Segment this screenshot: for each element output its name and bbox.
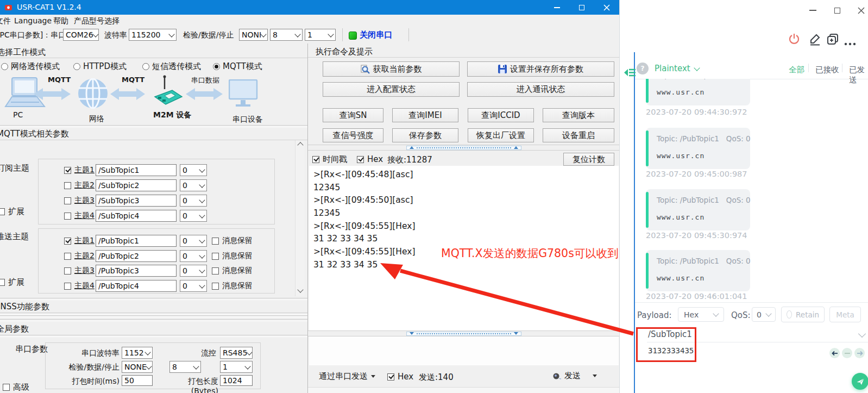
- publish-send-button[interactable]: [852, 373, 868, 390]
- pub-topic2-input[interactable]: [96, 250, 177, 262]
- new-window-button[interactable]: [827, 33, 839, 47]
- query-iccid-button[interactable]: 查询ICCID: [468, 108, 534, 122]
- pub-topic2-retain-check[interactable]: 消息保留: [212, 251, 253, 261]
- serial-stopbits-select[interactable]: 1: [220, 361, 253, 373]
- menu-help[interactable]: 帮助: [50, 15, 72, 27]
- flow-select[interactable]: RS485: [220, 347, 253, 359]
- retain-toggle[interactable]: Retain: [781, 307, 825, 322]
- close-port-button[interactable]: 关闭串口: [360, 30, 392, 40]
- pub-topic1-retain-check[interactable]: 消息保留: [212, 236, 253, 246]
- sub-topic1-check[interactable]: 主题1: [64, 165, 95, 175]
- sub-topic2-input[interactable]: [96, 179, 177, 191]
- scrollbar[interactable]: [295, 140, 305, 296]
- sub-expand-check[interactable]: 扩展: [0, 207, 24, 217]
- splitter-handle[interactable]: [406, 332, 521, 336]
- pub-topic3-retain-check[interactable]: 消息保留: [212, 266, 253, 276]
- maximize-button[interactable]: [569, 0, 594, 15]
- sub-topic4-input[interactable]: [96, 210, 177, 222]
- reboot-button[interactable]: 设备重启: [543, 128, 614, 142]
- more-menu-button[interactable]: [844, 38, 856, 48]
- qos-select[interactable]: 0: [752, 307, 776, 322]
- pub-topic2-check[interactable]: 主题2: [64, 251, 95, 261]
- mode-option-network[interactable]: 网络透传模式: [1, 61, 60, 72]
- stopbits-select[interactable]: 1: [305, 29, 336, 41]
- pub-topic4-retain-check[interactable]: 消息保留: [212, 281, 253, 291]
- scroll-up-icon[interactable]: [297, 142, 303, 148]
- sub-topic4-check[interactable]: 主题4: [64, 211, 95, 221]
- sub-topic2-qos-select[interactable]: 0: [180, 179, 207, 191]
- sub-topic1-input[interactable]: [96, 164, 177, 176]
- baud-select[interactable]: 115200: [129, 29, 177, 41]
- pub-topic3-input[interactable]: [96, 265, 177, 277]
- timestamp-check[interactable]: 时间戳: [312, 154, 347, 165]
- set-save-params-button[interactable]: 设置并保存所有参数: [467, 61, 614, 77]
- port-select[interactable]: COM26: [63, 29, 99, 41]
- serial-parity-select[interactable]: NONE: [122, 361, 153, 373]
- pub-topic2-qos-select[interactable]: 0: [180, 250, 207, 262]
- serial-databits-select[interactable]: 8: [169, 361, 201, 373]
- sub-topic2-check[interactable]: 主题2: [64, 180, 95, 190]
- factory-reset-button[interactable]: 恢复出厂设置: [468, 128, 534, 142]
- sub-topic4-qos-select[interactable]: 0: [180, 210, 207, 222]
- tab-all[interactable]: 全部: [789, 65, 804, 75]
- databits-select[interactable]: 8: [270, 29, 303, 41]
- get-params-button[interactable]: 获取当前参数: [323, 61, 460, 77]
- query-version-button[interactable]: 查询版本: [543, 108, 614, 122]
- save-params-button[interactable]: 保存参数: [392, 128, 458, 142]
- pub-topic4-input[interactable]: [96, 280, 177, 292]
- tx-hex-check[interactable]: Hex: [387, 372, 413, 382]
- mode-option-httpd[interactable]: HTTPD模式: [73, 61, 127, 72]
- sub-topic1-qos-select[interactable]: 0: [180, 164, 207, 176]
- sub-topic3-check[interactable]: 主题3: [64, 196, 95, 205]
- tab-received[interactable]: 已接收: [815, 65, 839, 75]
- menu-product-select[interactable]: 产品型号选择: [71, 15, 123, 27]
- query-imei-button[interactable]: 查询IMEI: [392, 108, 458, 122]
- enter-config-button[interactable]: 进入配置状态: [323, 82, 460, 97]
- receive-log[interactable]: >[Rx<-][09:45:48][asc] 12345 >[Rx<-][09:…: [309, 166, 619, 330]
- enter-comm-button[interactable]: 进入通讯状态: [467, 82, 614, 97]
- pub-topic1-input[interactable]: [96, 235, 177, 247]
- pub-topic4-qos-select[interactable]: 0: [180, 280, 207, 292]
- rx-hex-check[interactable]: Hex: [357, 154, 383, 164]
- packtime-input[interactable]: [122, 375, 153, 386]
- serial-baud-select[interactable]: 115200: [122, 347, 153, 359]
- advanced-check[interactable]: 高级: [3, 382, 29, 392]
- log-splitter[interactable]: [308, 145, 619, 151]
- query-signal-button[interactable]: 查信号强度: [323, 128, 383, 142]
- sub-topic3-qos-select[interactable]: 0: [180, 195, 207, 207]
- send-input-area[interactable]: [309, 336, 619, 365]
- menu-language[interactable]: Language: [11, 15, 55, 26]
- message-list[interactable]: Topic: /PubTopic1 QoS: 0 www.usr.cn 2023…: [635, 79, 868, 302]
- parity-select[interactable]: NONI: [239, 29, 268, 41]
- close-button[interactable]: [594, 0, 619, 15]
- collapse-sidebar-button[interactable]: [622, 65, 636, 82]
- pub-topic1-qos-select[interactable]: 0: [180, 235, 207, 247]
- global-section-bar[interactable]: 全局参数: [0, 322, 307, 334]
- payload-format-select[interactable]: Hex: [678, 307, 724, 322]
- chevron-down-icon[interactable]: [858, 330, 866, 338]
- send-method-dropdown[interactable]: 通过串口发送: [319, 371, 375, 382]
- meta-button[interactable]: Meta: [829, 307, 861, 322]
- pub-topic3-check[interactable]: 主题3: [64, 266, 95, 276]
- scroll-down-icon[interactable]: [297, 286, 303, 292]
- minimize-button[interactable]: [804, 4, 821, 16]
- clear-message-button[interactable]: [842, 348, 852, 358]
- disconnect-button[interactable]: [788, 33, 800, 48]
- close-button[interactable]: [853, 4, 868, 16]
- prev-message-button[interactable]: [829, 348, 840, 358]
- pub-topic3-qos-select[interactable]: 0: [180, 265, 207, 277]
- pub-topic4-check[interactable]: 主题4: [64, 281, 95, 291]
- pub-topic1-check[interactable]: 主题1: [64, 236, 95, 246]
- reset-count-button[interactable]: 复位计数: [563, 153, 614, 166]
- edit-connection-button[interactable]: [809, 33, 821, 48]
- next-message-button[interactable]: [854, 348, 865, 358]
- splitter-handle[interactable]: [406, 146, 521, 150]
- pub-expand-check[interactable]: 扩展: [0, 277, 24, 288]
- minimize-button[interactable]: [545, 0, 569, 15]
- mode-option-sms[interactable]: 短信透传模式: [142, 61, 201, 72]
- payload-format-dropdown[interactable]: Plaintext: [655, 64, 699, 73]
- packlen-input[interactable]: [220, 375, 253, 386]
- maximize-button[interactable]: [829, 4, 845, 16]
- sub-topic3-input[interactable]: [96, 195, 177, 207]
- send-button[interactable]: 发送: [552, 371, 597, 381]
